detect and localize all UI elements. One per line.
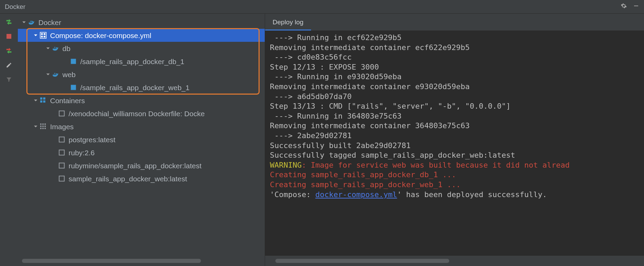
log-horizontal-scrollbar[interactable] bbox=[275, 258, 638, 263]
svg-rect-7 bbox=[71, 59, 76, 64]
minimize-icon[interactable] bbox=[633, 3, 639, 11]
chevron-down-icon[interactable] bbox=[32, 97, 39, 104]
log-line: Removing intermediate container e93020d5… bbox=[270, 82, 641, 92]
container-stopped-icon bbox=[58, 110, 66, 117]
tree-node-image[interactable]: rubymine/sample_rails_app_docker:latest bbox=[18, 159, 265, 172]
log-line: WARNING: Image for service web was built… bbox=[270, 160, 641, 170]
tree-node-images[interactable]: Images bbox=[18, 120, 265, 133]
svg-rect-19 bbox=[45, 126, 46, 127]
image-icon bbox=[58, 149, 66, 156]
stop-icon[interactable] bbox=[4, 32, 14, 41]
tree-node-compose[interactable]: Compose: docker-compose.yml bbox=[18, 29, 265, 42]
svg-rect-13 bbox=[59, 111, 64, 116]
tree-label: db bbox=[62, 45, 70, 52]
svg-rect-5 bbox=[41, 36, 43, 37]
tree-node-image[interactable]: ruby:2.6 bbox=[18, 146, 265, 159]
log-line: ---> 2abe29d02781 bbox=[270, 131, 641, 141]
tree-label: rubymine/sample_rails_app_docker:latest bbox=[69, 162, 202, 169]
tree-label: Containers bbox=[50, 97, 85, 104]
log-line: 'Compose: docker-compose.yml' has been d… bbox=[270, 190, 641, 200]
tree-label: postgres:latest bbox=[69, 136, 116, 143]
chevron-down-icon[interactable] bbox=[45, 45, 51, 52]
chevron-down-icon[interactable] bbox=[21, 19, 27, 26]
svg-rect-25 bbox=[59, 163, 64, 168]
svg-rect-14 bbox=[40, 123, 41, 125]
container-running-icon bbox=[69, 84, 77, 91]
tree-label: web bbox=[62, 71, 76, 78]
chevron-down-icon[interactable] bbox=[32, 32, 39, 39]
tree-node-image[interactable]: postgres:latest bbox=[18, 133, 265, 146]
compose-icon bbox=[39, 32, 47, 39]
svg-rect-15 bbox=[43, 123, 44, 125]
side-toolbar bbox=[0, 14, 18, 266]
tree-label: sample_rails_app_docker_web:latest bbox=[69, 175, 187, 182]
svg-rect-21 bbox=[43, 128, 44, 129]
tree-node-container-other[interactable]: /xenodochial_williamson Dockerfile: Dock… bbox=[18, 107, 265, 120]
docker-service-icon bbox=[51, 71, 60, 78]
log-line: ---> a6d5db07da70 bbox=[270, 92, 641, 102]
deploy-icon[interactable] bbox=[4, 17, 14, 27]
docker-tree[interactable]: Docker Compose: docker-compose.yml db bbox=[18, 16, 265, 256]
tree-label: Images bbox=[50, 123, 74, 130]
tree-label: /xenodochial_williamson Dockerfile: Dock… bbox=[69, 110, 205, 117]
panel-title-bar: Docker bbox=[0, 0, 644, 14]
log-line: ---> Running in 364803e75c63 bbox=[270, 111, 641, 121]
image-icon bbox=[58, 136, 66, 143]
svg-rect-1 bbox=[7, 34, 11, 39]
containers-group-icon bbox=[39, 97, 47, 104]
redeploy-icon[interactable] bbox=[4, 46, 14, 56]
log-line: ---> Running in ecf622e929b5 bbox=[270, 33, 641, 43]
svg-rect-18 bbox=[43, 126, 44, 127]
log-line: ---> cd0e83c56fcc bbox=[270, 52, 641, 62]
chevron-down-icon[interactable] bbox=[45, 71, 51, 78]
tree-node-image[interactable]: sample_rails_app_docker_web:latest bbox=[18, 172, 265, 185]
tab-deploy-log[interactable]: Deploy log bbox=[265, 14, 311, 31]
deploy-log-output[interactable]: ---> Running in ecf622e929b5Removing int… bbox=[265, 31, 644, 256]
svg-rect-17 bbox=[40, 126, 41, 127]
edit-icon[interactable] bbox=[4, 60, 14, 70]
tree-pane: Docker Compose: docker-compose.yml db bbox=[18, 14, 265, 266]
tree-label: /sample_rails_app_docker_web_1 bbox=[80, 84, 190, 91]
gear-icon[interactable] bbox=[621, 3, 627, 11]
svg-rect-11 bbox=[40, 100, 42, 102]
tree-label: /sample_rails_app_docker_db_1 bbox=[80, 58, 184, 65]
chevron-down-icon[interactable] bbox=[32, 123, 39, 130]
log-tabs: Deploy log bbox=[265, 14, 644, 31]
svg-rect-6 bbox=[44, 36, 45, 37]
tree-label: Compose: docker-compose.yml bbox=[50, 32, 151, 39]
log-line: Creating sample_rails_app_docker_db_1 ..… bbox=[270, 170, 641, 180]
svg-rect-0 bbox=[634, 5, 638, 6]
tree-label: ruby:2.6 bbox=[69, 149, 95, 156]
filter-icon[interactable] bbox=[4, 75, 14, 84]
tree-node-container-web[interactable]: /sample_rails_app_docker_web_1 bbox=[18, 81, 265, 94]
tree-node-service-db[interactable]: db bbox=[18, 42, 265, 55]
svg-rect-22 bbox=[45, 128, 46, 129]
docker-icon bbox=[27, 19, 36, 26]
image-icon bbox=[58, 175, 66, 182]
images-group-icon bbox=[39, 123, 47, 130]
image-icon bbox=[58, 162, 66, 169]
log-line: Step 13/13 : CMD ["rails", "server", "-b… bbox=[270, 101, 641, 111]
svg-rect-20 bbox=[40, 128, 41, 129]
log-line: Creating sample_rails_app_docker_web_1 .… bbox=[270, 180, 641, 190]
svg-rect-9 bbox=[40, 97, 42, 99]
tree-node-containers[interactable]: Containers bbox=[18, 94, 265, 107]
container-running-icon bbox=[69, 58, 77, 65]
svg-rect-10 bbox=[43, 97, 45, 99]
log-line: Successfully built 2abe29d02781 bbox=[270, 141, 641, 151]
svg-rect-12 bbox=[43, 100, 45, 102]
svg-rect-3 bbox=[41, 33, 43, 35]
svg-rect-8 bbox=[71, 85, 76, 90]
log-line: Successfully tagged sample_rails_app_doc… bbox=[270, 150, 641, 160]
log-line: ---> Running in e93020d59eba bbox=[270, 72, 641, 82]
tree-label: Docker bbox=[38, 19, 61, 26]
tree-node-docker-root[interactable]: Docker bbox=[18, 16, 265, 29]
svg-rect-4 bbox=[44, 33, 45, 35]
svg-rect-23 bbox=[59, 137, 64, 142]
tree-horizontal-scrollbar[interactable] bbox=[22, 258, 261, 263]
tree-node-container-db[interactable]: /sample_rails_app_docker_db_1 bbox=[18, 55, 265, 68]
docker-service-icon bbox=[51, 45, 60, 52]
log-line: Removing intermediate container ecf622e9… bbox=[270, 43, 641, 53]
svg-rect-26 bbox=[59, 176, 64, 181]
tree-node-service-web[interactable]: web bbox=[18, 68, 265, 81]
